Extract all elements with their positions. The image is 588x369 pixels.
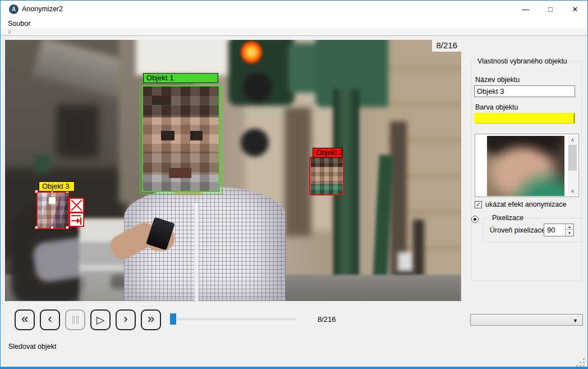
video-canvas[interactable]: Objekt 1 Objekt 2 Objekt 3 8/216 [5,40,461,301]
scrollbar-thumb[interactable] [568,145,577,171]
object-name-label: Název objektu [475,76,520,84]
scene-mid-door [284,107,311,236]
pixel-level-value: 90 [547,226,555,234]
object-color-swatch[interactable] [474,113,575,124]
step-forward-button[interactable]: › [116,309,136,330]
skip-end-icon: » [148,313,154,325]
maximize-button[interactable]: □ [538,1,563,17]
timeline-slider[interactable] [169,318,296,320]
object-select-combobox[interactable]: ▼ [470,314,583,326]
pixelization-radio[interactable] [471,216,479,223]
traffic-light-dark-lamp [243,72,272,102]
play-button[interactable]: ▷ [90,309,111,330]
skip-start-icon: « [21,313,28,325]
step-back-icon: ‹ [48,313,52,325]
object2-box[interactable] [309,157,344,195]
pixelization-group-title: Pixelizace [490,214,526,222]
pause-button[interactable] [65,309,85,330]
pixel-level-spinner[interactable]: 90 ▲ ▼ [544,224,574,236]
object-color-label: Barva objektu [475,103,518,111]
frame-counter-overlay: 8/216 [432,40,461,52]
object1-label[interactable]: Objekt 1 [143,73,218,83]
traffic-light-dark-lamp-2 [241,129,269,157]
step-back-button[interactable]: ‹ [40,309,60,330]
track-object-button[interactable] [69,212,84,227]
preview-scrollbar[interactable]: ∧ ∨ [568,135,577,195]
object3-handle-bm[interactable] [50,226,54,229]
properties-group-title: Vlastnosti vybraného objektu [475,57,569,65]
pixel-level-label: Úroveň pixelizace: [490,226,547,234]
step-forward-icon: › [123,313,127,325]
menu-item-soubor[interactable]: Soubor [6,19,33,28]
close-button[interactable]: ✕ [563,1,587,17]
object3-label[interactable]: Objekt 3 [39,181,75,192]
scene-dark-bollard [413,220,424,279]
skip-start-button[interactable]: « [15,309,35,330]
show-effect-label: ukázat efekt anonymizace [485,201,567,208]
scene-man-placket [195,203,199,301]
pixelization-radio-dot [474,218,476,221]
timeline-slider-handle[interactable] [170,313,176,325]
scene-window-dark [57,104,99,158]
toolbar-grip [8,31,11,34]
track-arrow-icon [70,213,83,226]
skip-end-button[interactable]: » [141,309,161,330]
object-name-input[interactable] [474,85,575,97]
spin-up-icon[interactable]: ▲ [565,224,573,230]
delete-x-icon [70,199,83,212]
show-effect-checkbox[interactable]: ✓ [475,201,482,208]
toolbar-strip [1,29,587,36]
scene-green-sign [34,155,50,173]
traffic-light-red-lamp [241,41,262,63]
app-icon: A [9,4,19,14]
title-bar: A Anonymizer2 — □ ✕ [1,1,587,17]
object1-inner-box[interactable] [142,85,220,192]
object3-handle-bl[interactable] [35,226,38,229]
spin-down-icon[interactable]: ▼ [565,230,573,236]
play-icon: ▷ [97,315,105,325]
preview-frame: ∧ ∨ [475,134,579,197]
object2-label[interactable]: Objekt 2 [313,148,343,158]
minimize-button[interactable]: — [513,1,538,17]
scroll-down-icon[interactable]: ∨ [568,186,577,195]
resize-grip[interactable] [576,358,585,367]
window-title: Anonymizer2 [22,5,63,13]
menu-bar: Soubor [1,17,587,29]
timeline-position: 8/216 [318,315,336,324]
delete-object-button[interactable] [69,198,84,213]
chevron-down-icon: ▼ [573,318,578,324]
scroll-up-icon[interactable]: ∧ [568,135,577,144]
track-object-label: Sledovat objekt [8,343,56,350]
window-bottom-border [1,367,587,368]
object3-handle-tl[interactable] [35,190,38,193]
object3-box[interactable] [36,192,69,229]
pause-icon [72,316,75,324]
app-window: A Anonymizer2 — □ ✕ Soubor [0,0,588,369]
preview-image [487,136,564,196]
preview-blurred-face [487,136,564,196]
